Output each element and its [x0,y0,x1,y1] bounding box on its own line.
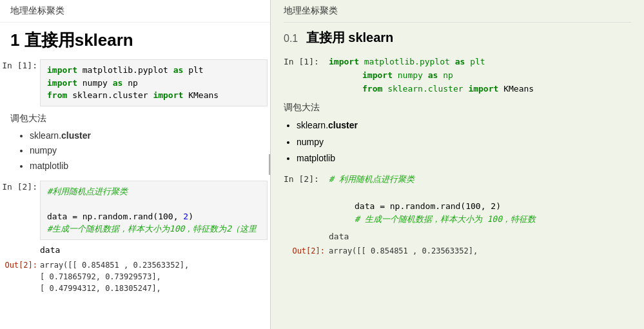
data-label-left: data [0,241,270,258]
bullet-item-numpy: numpy [30,143,260,159]
cell-in2: In [2]: #利用随机点进行聚类 data = np.random.rand… [0,179,270,241]
bullet-list-1: sklearn.cluster numpy matplotlib [30,128,260,174]
right-sub-number: 0.1 [284,33,298,44]
text-block-1: 调包大法 sklearn.cluster numpy matplotlib [0,108,270,179]
output-out2-code: array([[ 0.854851 , 0.23563352], [ 0.718… [40,259,189,294]
left-title: 地理坐标聚类 [10,5,64,15]
right-bullet-sklearn: sklearn.cluster [297,117,631,134]
cell-in2-label: In [2]: [0,181,40,192]
right-cell-in2-code[interactable]: # 利用随机点进行聚类 data = np.random.rand(100, 2… [329,173,536,226]
cell-in1-label: In [1]: [0,59,40,70]
right-title: 地理坐标聚类 [284,5,338,15]
right-section-heading: 0.1 直接用 sklearn [284,29,631,46]
right-cell-in1-code[interactable]: import matplotlib.pyplot as plt import n… [329,55,534,95]
left-section-title: 1 直接用sklearn [0,23,270,58]
right-output-out2: Out[2]: array([[ 0.854851 , 0.23563352], [284,245,631,257]
right-bullet-list: sklearn.cluster numpy matplotlib [297,117,631,166]
cell-in1: In [1]: import matplotlib.pyplot as plt … [0,58,270,108]
right-bullet-numpy: numpy [297,134,631,150]
bullet-item-matplotlib: matplotlib [30,159,260,174]
cell-in2-code[interactable]: #利用随机点进行聚类 data = np.random.rand(100, 2)… [40,181,268,240]
output-out2: Out[2]: array([[ 0.854851 , 0.23563352],… [0,258,270,295]
right-cell-in1: In [1]: import matplotlib.pyplot as plt … [284,55,631,95]
right-cell-in1-label: In [1]: [284,55,329,66]
left-panel-header: 地理坐标聚类 [0,0,270,23]
right-output-out2-label: Out[2]: [284,245,329,255]
right-panel: 地理坐标聚类 0.1 直接用 sklearn In [1]: import ma… [271,0,644,329]
collapse-button[interactable]: ▶ [269,154,271,175]
output-out2-label: Out[2]: [0,259,40,270]
cell-in1-code[interactable]: import matplotlib.pyplot as plt import n… [40,59,268,106]
right-panel-header: 地理坐标聚类 [284,0,631,23]
left-panel: 地理坐标聚类 1 直接用sklearn In [1]: import matpl… [0,0,271,329]
right-text-tiaobaodafa: 调包大法 [284,102,631,114]
right-section-title: 直接用 sklearn [306,30,394,45]
bullet-item-sklearn: sklearn.cluster [30,128,260,144]
right-bullet-matplotlib: matplotlib [297,150,631,166]
text-tiaobaodafa: 调包大法 [10,113,260,125]
right-data-label: data [329,232,631,241]
right-cell-in2: In [2]: # 利用随机点进行聚类 data = np.random.ran… [284,173,631,226]
right-cell-in2-label: In [2]: [284,173,329,184]
right-output-out2-code: array([[ 0.854851 , 0.23563352], [329,245,478,257]
